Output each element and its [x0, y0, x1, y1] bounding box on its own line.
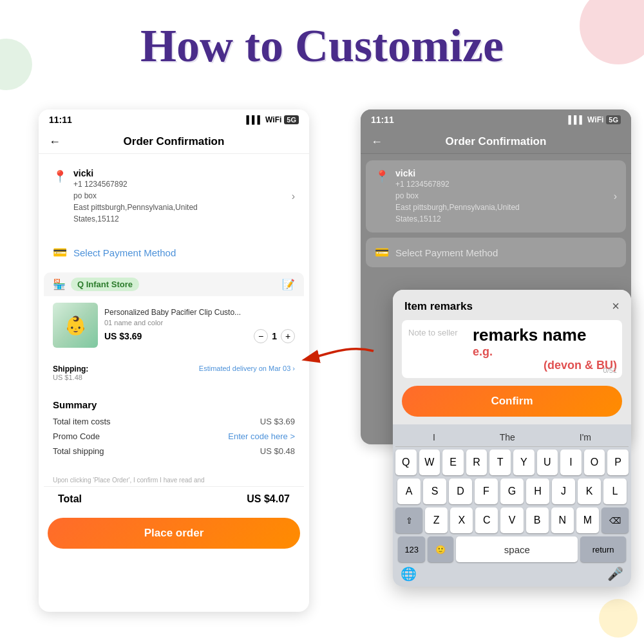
left-summary-title: Summary: [53, 399, 295, 410]
right-status-time: 11:11: [371, 115, 394, 125]
left-total-items-label: Total item costs: [53, 417, 111, 426]
key-o[interactable]: O: [584, 450, 605, 475]
left-product-price-qty: US $3.69 − 1 +: [104, 327, 295, 343]
left-qty-controls: − 1 +: [254, 329, 295, 343]
qty-increase-btn[interactable]: +: [281, 329, 295, 343]
bg-decoration-circle-bottom: [599, 599, 638, 638]
key-u[interactable]: U: [537, 450, 558, 475]
key-b[interactable]: B: [526, 507, 549, 533]
left-address-line1: po box: [73, 190, 285, 202]
key-s[interactable]: S: [423, 478, 446, 504]
key-y[interactable]: Y: [513, 450, 535, 475]
left-total-items-row: Total item costs US $3.69: [53, 417, 295, 426]
right-back-button[interactable]: ←: [371, 135, 383, 149]
place-order-button[interactable]: Place order: [48, 518, 300, 549]
left-status-bar: 11:11 ▌▌▌ WiFi 5G: [39, 109, 309, 130]
left-total-shipping-value: US $0.48: [260, 446, 295, 456]
left-product-info: Personalized Baby Pacifier Clip Custo...…: [104, 307, 295, 344]
confirm-button[interactable]: Confirm: [402, 386, 622, 417]
key-a[interactable]: A: [397, 478, 421, 504]
key-k[interactable]: K: [578, 478, 601, 504]
note-icon[interactable]: 📝: [282, 278, 295, 290]
left-shipping-delivery: Estimated delivery on Mar 03 ›: [199, 365, 295, 381]
key-h[interactable]: H: [526, 478, 549, 504]
key-z[interactable]: Z: [425, 507, 448, 533]
left-status-icons: ▌▌▌ WiFi 5G: [247, 115, 299, 124]
key-j[interactable]: J: [552, 478, 575, 504]
key-r[interactable]: R: [466, 450, 488, 475]
right-address-name: vicki: [395, 168, 607, 178]
product-img-placeholder: 👶: [53, 303, 98, 348]
left-store-row: 🏪 Q Infant Store 📝: [44, 272, 304, 296]
left-address-row: 📍 vicki +1 1234567892 po box East pittsb…: [53, 168, 295, 225]
popup-textarea-wrapper[interactable]: Note to seller remarks name e.g. (devon …: [402, 320, 622, 378]
key-f[interactable]: F: [475, 478, 498, 504]
right-signal-icon: ▌▌▌: [569, 115, 585, 124]
left-shipping-label: Shipping:: [53, 365, 88, 374]
popup-header: Item remarks ×: [393, 290, 631, 320]
key-t[interactable]: T: [489, 450, 511, 475]
key-shift[interactable]: ⇧: [395, 507, 422, 533]
key-c[interactable]: C: [475, 507, 498, 533]
left-payment-row[interactable]: 💳 Select Payment Method: [44, 238, 304, 267]
popup-title: Item remarks: [404, 300, 473, 313]
payment-icon: 💳: [53, 245, 67, 260]
suggestion-i[interactable]: I: [428, 431, 440, 444]
right-nav-bar: ← Order Confirmation: [361, 130, 631, 154]
qty-decrease-btn[interactable]: −: [254, 329, 268, 343]
right-address-line3: States,15112: [395, 213, 607, 225]
right-payment-row[interactable]: 💳 Select Payment Method: [366, 238, 626, 267]
mic-icon-bottom[interactable]: 🎤: [607, 566, 623, 582]
key-numbers[interactable]: 123: [398, 536, 425, 562]
right-address-phone: +1 1234567892: [395, 178, 607, 190]
right-address-content: vicki +1 1234567892 po box East pittsbur…: [395, 168, 607, 225]
key-d[interactable]: D: [449, 478, 472, 504]
left-address-content: vicki +1 1234567892 po box East pittsbur…: [73, 168, 285, 225]
left-promo-value[interactable]: Enter code here >: [228, 431, 295, 441]
left-address-line2: East pittsburgh,Pennsylvania,United: [73, 202, 285, 213]
key-return[interactable]: return: [580, 536, 626, 562]
left-total-label: Total: [58, 493, 82, 505]
left-address-section[interactable]: 📍 vicki +1 1234567892 po box East pittsb…: [44, 160, 304, 232]
left-product-image: 👶: [53, 303, 98, 348]
key-x[interactable]: X: [450, 507, 473, 533]
key-i[interactable]: I: [560, 450, 582, 475]
key-m[interactable]: M: [576, 507, 599, 533]
right-status-bar: 11:11 ▌▌▌ WiFi 5G: [361, 109, 631, 130]
popup-char-count: 0/51: [603, 366, 617, 374]
key-delete[interactable]: ⌫: [601, 507, 629, 533]
right-location-icon: 📍: [375, 169, 389, 184]
key-n[interactable]: N: [551, 507, 574, 533]
popup-eg-example: (devon & BU): [473, 359, 617, 372]
popup-close-button[interactable]: ×: [612, 299, 620, 314]
key-v[interactable]: V: [500, 507, 523, 533]
left-nav-bar: ← Order Confirmation: [39, 130, 309, 154]
right-address-chevron: ›: [614, 191, 617, 202]
key-globe[interactable]: 🙂: [428, 536, 453, 562]
suggestion-the[interactable]: The: [495, 431, 520, 444]
keyboard: I The I'm Q W E R T Y U I O P A S D F G …: [393, 424, 631, 587]
globe-icon-bottom[interactable]: 🌐: [401, 566, 417, 582]
signal-icon: ▌▌▌: [247, 115, 263, 124]
popup-eg-text: e.g.: [473, 345, 617, 359]
key-l[interactable]: L: [603, 478, 627, 504]
key-p[interactable]: P: [607, 450, 629, 475]
left-shipping-left: Shipping: US $1.48: [53, 365, 88, 381]
key-q[interactable]: Q: [395, 450, 417, 475]
key-space[interactable]: space: [456, 536, 578, 562]
suggestion-im[interactable]: I'm: [574, 431, 596, 444]
key-w[interactable]: W: [419, 450, 440, 475]
left-address-line3: States,15112: [73, 213, 285, 225]
keyboard-row-2: A S D F G H J K L: [395, 478, 629, 504]
left-nav-title: Order Confirmation: [124, 135, 225, 148]
bg-decoration-circle-left: [0, 39, 32, 90]
key-g[interactable]: G: [500, 478, 524, 504]
right-address-row: 📍 vicki +1 1234567892 po box East pittsb…: [375, 168, 617, 225]
bg-decoration-circle-right: [580, 0, 644, 64]
left-promo-label: Promo Code: [53, 431, 100, 441]
key-e[interactable]: E: [442, 450, 464, 475]
left-back-button[interactable]: ←: [49, 135, 61, 149]
right-payment-icon: 💳: [375, 245, 389, 260]
right-address-section[interactable]: 📍 vicki +1 1234567892 po box East pittsb…: [366, 160, 626, 232]
left-summary-section: Summary Total item costs US $3.69 Promo …: [44, 392, 304, 469]
